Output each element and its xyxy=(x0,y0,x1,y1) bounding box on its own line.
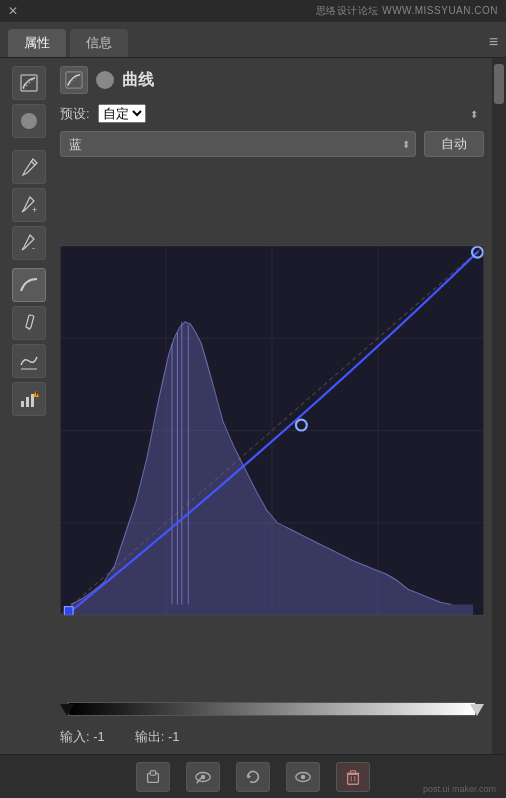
svg-rect-32 xyxy=(150,770,155,775)
visibility-button[interactable] xyxy=(286,762,320,792)
content-area: 曲线 预设: 自定 蓝 自动 xyxy=(58,58,492,754)
smooth-curve-tool[interactable] xyxy=(12,344,46,378)
panel-title: 曲线 xyxy=(122,70,154,91)
tab-info[interactable]: 信息 xyxy=(70,29,128,57)
svg-text:+: + xyxy=(32,205,37,215)
scrollbar[interactable] xyxy=(492,58,506,754)
svg-line-2 xyxy=(31,161,35,165)
eyedropper-minus-tool[interactable]: - xyxy=(12,226,46,260)
eyedropper-tool[interactable] xyxy=(12,150,46,184)
svg-rect-38 xyxy=(348,774,359,784)
svg-rect-9 xyxy=(26,397,29,407)
svg-rect-40 xyxy=(350,770,355,773)
svg-rect-8 xyxy=(21,401,24,407)
clip-to-layer-button[interactable] xyxy=(136,762,170,792)
top-bar: ✕ 思络设计论坛 WWW.MISSYUAN.CON xyxy=(0,0,506,22)
left-toolbar: + - xyxy=(0,58,58,754)
svg-marker-35 xyxy=(248,774,252,779)
svg-text:-: - xyxy=(32,243,35,253)
channel-select-wrapper[interactable]: 蓝 xyxy=(60,131,416,157)
watermark: 思络设计论坛 WWW.MISSYUAN.CON xyxy=(316,4,498,18)
main-layout: + - xyxy=(0,58,506,754)
scrollbar-thumb[interactable] xyxy=(494,64,504,104)
preset-select[interactable]: 自定 xyxy=(98,104,146,123)
pencil-tool[interactable] xyxy=(12,306,46,340)
histogram-warning-tool[interactable]: ! xyxy=(12,382,46,416)
credit-text: post.ui maker.com xyxy=(423,784,496,794)
io-row: 输入: -1 输出: -1 xyxy=(60,724,484,750)
left-slider-handle[interactable] xyxy=(60,704,74,716)
panel-menu-icon[interactable]: ≡ xyxy=(489,33,498,57)
curves-icon-button[interactable] xyxy=(60,66,88,94)
tab-properties[interactable]: 属性 xyxy=(8,29,66,57)
right-slider-handle[interactable] xyxy=(470,704,484,716)
channel-select[interactable]: 蓝 xyxy=(60,131,416,157)
svg-point-37 xyxy=(301,774,306,779)
delete-button[interactable] xyxy=(336,762,370,792)
gradient-bar xyxy=(68,702,476,716)
eye-button[interactable] xyxy=(186,762,220,792)
preset-label: 预设: xyxy=(60,105,90,123)
svg-rect-27 xyxy=(64,607,73,616)
curve-svg xyxy=(60,165,484,696)
preset-select-wrapper[interactable]: 自定 xyxy=(98,104,484,123)
output-label: 输出: -1 xyxy=(135,728,180,746)
channel-row: 蓝 自动 xyxy=(60,131,484,157)
tabs: 属性 信息 xyxy=(8,29,128,57)
reset-button[interactable] xyxy=(236,762,270,792)
bottom-toolbar: post.ui maker.com xyxy=(0,754,506,798)
input-label: 输入: -1 xyxy=(60,728,105,746)
preset-row: 预设: 自定 xyxy=(60,104,484,123)
curve-draw-tool[interactable] xyxy=(12,268,46,302)
layer-circle xyxy=(96,71,114,89)
gradient-slider-row xyxy=(60,702,484,716)
curves-edit-icon[interactable] xyxy=(12,66,46,100)
close-button[interactable]: ✕ xyxy=(8,4,18,18)
curve-container[interactable] xyxy=(60,165,484,696)
tab-bar: 属性 信息 ≡ xyxy=(0,22,506,58)
svg-rect-5 xyxy=(26,315,34,329)
svg-marker-6 xyxy=(28,328,30,331)
panel-header: 曲线 xyxy=(60,66,484,94)
auto-button[interactable]: 自动 xyxy=(424,131,484,157)
eyedropper-plus-tool[interactable]: + xyxy=(12,188,46,222)
circle-layer-icon[interactable] xyxy=(12,104,46,138)
